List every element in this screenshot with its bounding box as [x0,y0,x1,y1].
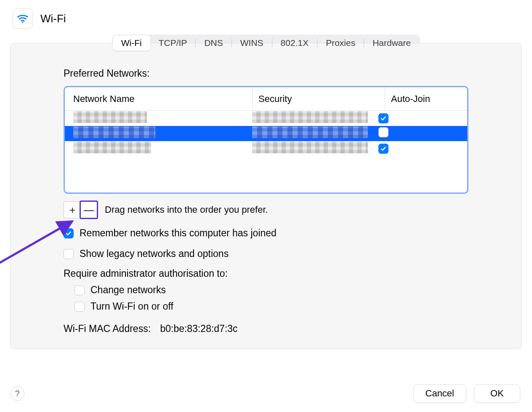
wifi-panel: Preferred Networks: Network Name Securit… [10,43,522,349]
preferred-networks-table[interactable]: Network Name Security Auto-Join [64,86,468,194]
mac-address-value: b0:be:83:28:d7:3c [160,323,237,334]
dialog-footer: ? Cancel OK [10,384,520,403]
network-name-redacted [73,142,151,153]
preferred-networks-label: Preferred Networks: [64,68,468,79]
remember-networks-checkbox[interactable] [64,228,74,238]
plus-icon: ＋ [67,205,77,215]
autojoin-checkbox[interactable] [378,113,388,123]
network-row[interactable] [65,141,467,156]
svg-line-1 [0,222,70,266]
show-legacy-checkbox[interactable] [64,249,74,259]
drag-hint-label: Drag networks into the order you prefer. [105,204,268,215]
help-icon: ? [15,389,19,399]
remove-network-button[interactable]: — [80,201,97,218]
admin-toggle-wifi-checkbox[interactable] [74,302,85,312]
tab-tcpip[interactable]: TCP/IP [150,35,196,51]
show-legacy-option: Show legacy networks and options [64,248,468,260]
title-bar: Wi-Fi [10,8,522,29]
column-auto-join[interactable]: Auto-Join [391,94,467,104]
tab-wins[interactable]: WINS [232,35,272,51]
cancel-button[interactable]: Cancel [413,384,466,403]
admin-change-networks-checkbox[interactable] [74,285,85,295]
table-header: Network Name Security Auto-Join [65,87,467,111]
mac-address-row: Wi-Fi MAC Address: b0:be:83:28:d7:3c [64,323,468,334]
tab-proxies[interactable]: Proxies [317,35,364,51]
column-divider [385,87,385,111]
network-row[interactable] [65,126,467,141]
show-legacy-label: Show legacy networks and options [80,248,229,260]
admin-auth-label: Require administrator authorisation to: [64,268,468,279]
add-network-button[interactable]: ＋ [64,201,80,218]
tab-bar: Wi-Fi TCP/IP DNS WINS 802.1X Proxies Har… [112,35,420,51]
window-title: Wi-Fi [40,12,66,25]
tab-8021x[interactable]: 802.1X [272,35,317,51]
autojoin-checkbox[interactable] [378,144,388,154]
column-divider [252,87,253,111]
table-controls: ＋ — Drag networks into the order you pre… [64,201,468,218]
column-network-name[interactable]: Network Name [65,94,252,104]
help-button[interactable]: ? [10,386,24,401]
network-security-redacted [252,142,368,153]
admin-toggle-wifi-label: Turn Wi-Fi on or off [90,301,173,312]
ok-button[interactable]: OK [474,384,520,403]
admin-change-networks-label: Change networks [90,284,166,296]
tab-dns[interactable]: DNS [196,35,231,51]
network-security-redacted [252,111,368,123]
remember-networks-label: Remember networks this computer has join… [80,227,277,239]
network-security-redacted [252,126,368,138]
tab-wifi[interactable]: Wi-Fi [113,35,150,51]
mac-address-label: Wi-Fi MAC Address: [64,323,151,334]
admin-change-networks-option: Change networks [64,284,468,296]
network-name-redacted [73,126,155,138]
network-row[interactable] [65,111,467,126]
autojoin-checkbox[interactable] [378,127,388,137]
remember-networks-option: Remember networks this computer has join… [64,227,468,239]
admin-toggle-wifi-option: Turn Wi-Fi on or off [64,301,468,312]
column-security[interactable]: Security [258,94,385,104]
table-body [65,111,467,193]
svg-point-0 [22,21,23,23]
wifi-icon [13,8,33,29]
minus-icon: — [84,205,94,215]
tab-hardware[interactable]: Hardware [364,35,419,51]
network-name-redacted [73,111,147,123]
